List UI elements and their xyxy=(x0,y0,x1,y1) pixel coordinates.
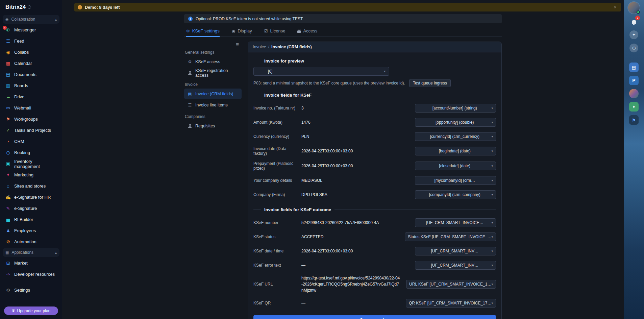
sidebar-item-documents[interactable]: ▤ Documents xyxy=(0,69,62,80)
sidebar-item-tasks-projects[interactable]: ✓ Tasks and Projects xyxy=(0,125,62,136)
field-row-ksef-error-text: KSeF error text — [UF_CRM_SMART_INV… ▾ xyxy=(253,258,496,272)
field-row-ksef-status: KSeF status ACCEPTED Status KSeF [UF_CRM… xyxy=(253,230,496,244)
info-icon: i xyxy=(188,17,193,21)
chevron-down-icon: ▾ xyxy=(491,235,493,239)
mapping-select-invoice-date[interactable]: [begindate] (date) ▾ xyxy=(415,147,496,155)
upgrade-label: Upgrade your plan xyxy=(17,309,51,313)
mapping-select-invoice-no[interactable]: [accountNumber] (string) ▾ xyxy=(415,104,496,113)
sidebar-item-esignature-hr[interactable]: ✍ e-Signature for HR xyxy=(0,192,62,203)
settings-panel: Invoice / Invoice (CRM fields) Invoice f… xyxy=(248,42,502,319)
collapse-menu-icon[interactable]: ≡ xyxy=(236,42,239,47)
nav-item-requisites[interactable]: Requisites xyxy=(184,121,242,131)
mapping-select-ksef-url[interactable]: URL KSeF [UF_CRM_SMART_INVOICE_1… ▾ xyxy=(406,280,496,289)
app-icon: ▤ xyxy=(629,63,639,72)
tab-license[interactable]: ☑ License xyxy=(264,28,286,36)
assistant-button[interactable]: ✦ xyxy=(629,30,639,40)
sidebar-section-collaboration[interactable]: ◉ Collaboration ▴ xyxy=(3,15,59,24)
mapping-select-company-details[interactable]: [mycompanyId] (crm… ▾ xyxy=(415,176,496,185)
notifications-button[interactable]: 7 xyxy=(629,17,639,27)
sidebar-item-employees[interactable]: ♟ Employees xyxy=(0,225,62,236)
nav-item-invoice-crm-fields[interactable]: ▤ Invoice (CRM fields) xyxy=(184,89,242,99)
divider-line xyxy=(253,210,261,210)
save-mapping-button[interactable]: Save mapping xyxy=(253,315,496,319)
sidebar-item-sites-stores[interactable]: ⌂ Sites and stores xyxy=(0,180,62,192)
bitrix24-logo[interactable]: Bitrix24 xyxy=(0,0,62,14)
preview-invoice-select[interactable]: [6] ▾ xyxy=(253,67,389,76)
test-queue-ingress-button[interactable]: Test queue ingress xyxy=(409,79,451,87)
demo-banner-text: Demo: 8 days left xyxy=(85,5,120,10)
mapping-select-amount[interactable]: [opportunity] (double) ▾ xyxy=(415,118,496,127)
sidebar-item-settings[interactable]: ⚙ Settings xyxy=(0,285,62,296)
logo-ring-icon xyxy=(28,5,31,9)
app-shortcut-avatar[interactable] xyxy=(629,89,639,99)
tab-ksef-settings[interactable]: ⚙ KSeF settings xyxy=(186,28,220,36)
chevron-down-icon: ▾ xyxy=(491,106,493,110)
sidebar-item-marketing[interactable]: ✦ Marketing xyxy=(0,169,62,180)
mapping-select-company[interactable]: [companyId] (crm_company) ▾ xyxy=(415,190,496,199)
feed-icon: ☰ xyxy=(5,39,11,44)
sidebar-item-messenger[interactable]: ✆1 Messenger xyxy=(0,24,62,35)
chevron-down-icon: ▾ xyxy=(491,301,493,305)
sidebar-item-feed[interactable]: ☰ Feed xyxy=(0,35,62,47)
mapping-select-value: [UF_CRM_SMART_INV… xyxy=(418,249,491,253)
nav-item-label: Requisites xyxy=(195,124,215,128)
nav-item-ksef-access[interactable]: ⚙ KSeF access xyxy=(184,56,242,67)
sidebar-item-calendar[interactable]: ▦ Calendar xyxy=(0,58,62,69)
mapping-select-value: [accountNumber] (string) xyxy=(418,106,491,111)
sidebar-item-label: Collabs xyxy=(14,50,29,55)
tab-display[interactable]: ◉ Display xyxy=(232,28,252,36)
field-value: ACCEPTED xyxy=(301,234,405,240)
sidebar-item-esignature[interactable]: ✎ e-Signature xyxy=(0,203,62,214)
automation-icon: ⚙ xyxy=(5,239,11,245)
tab-access[interactable]: Access xyxy=(297,28,317,36)
person-icon xyxy=(188,71,192,75)
sidebar-item-crm[interactable]: ◔ CRM xyxy=(0,136,62,147)
eye-icon: ◉ xyxy=(232,29,235,33)
upgrade-plan-button[interactable]: ♛ Upgrade your plan xyxy=(4,306,58,315)
sidebar-item-bi-builder[interactable]: ▅ BI Builder xyxy=(0,214,62,225)
mapping-select-ksef-error-text[interactable]: [UF_CRM_SMART_INV… ▾ xyxy=(415,261,496,270)
mapping-select-ksef-qr[interactable]: QR KSeF [UF_CRM_SMART_INVOICE_17… ▾ xyxy=(406,299,496,308)
sidebar-item-label: Tasks and Projects xyxy=(14,128,51,133)
mapping-select-prepayment[interactable]: [closedate] (date) ▾ xyxy=(415,162,496,170)
user-avatar[interactable] xyxy=(628,2,640,14)
sidebar-section-applications[interactable]: ▦ Applications ▴ xyxy=(3,248,59,257)
sidebar-item-workgroups[interactable]: ⚑ Workgroups xyxy=(0,114,62,125)
gear-icon: ⚙ xyxy=(5,288,11,293)
nav-item-ksef-registration-access[interactable]: KSeF registration access xyxy=(184,68,242,78)
sidebar-item-booking[interactable]: ◷ Booking xyxy=(0,147,62,158)
sidebar-item-inventory[interactable]: ▣ Inventory management xyxy=(0,158,62,169)
app-shortcut-p[interactable]: P xyxy=(629,75,639,85)
tab-label: Access xyxy=(303,28,317,33)
sidebar-item-boards[interactable]: ▥ Boards xyxy=(0,80,62,91)
field-label: Company (Firma) xyxy=(253,192,301,197)
sidebar-item-webmail[interactable]: ✉ Webmail xyxy=(0,102,62,114)
sidebar-item-label: CRM xyxy=(14,139,24,144)
sidebar-item-developer-resources[interactable]: </> Developer resources xyxy=(0,269,62,280)
mapping-select-ksef-status[interactable]: Status KSeF [UF_CRM_SMART_INVOICE_… ▾ xyxy=(405,232,496,241)
banner-close-icon[interactable]: × xyxy=(612,5,618,10)
mapping-select-ksef-number[interactable]: [UF_CRM_SMART_INVOICE… ▾ xyxy=(415,218,496,227)
sidebar-item-automation[interactable]: ⚙ Automation xyxy=(0,236,62,247)
breadcrumb-parent-link[interactable]: Invoice xyxy=(253,45,266,49)
preview-select-value: [6] xyxy=(268,69,272,74)
field-value: 5242998430-20260422-75A7E8800000-4A xyxy=(301,220,415,226)
mapping-select-currency[interactable]: [currencyId] (crm_currency) ▾ xyxy=(415,132,496,141)
sidebar-item-label: Marketing xyxy=(14,172,33,177)
sidebar-item-collabs[interactable]: ◉ Collabs xyxy=(0,47,62,58)
bookmark-shortcut[interactable]: ⚑ xyxy=(629,115,639,125)
divider-line xyxy=(307,61,496,61)
history-button[interactable]: ◷ xyxy=(629,43,639,53)
app-icon: ✦ xyxy=(629,102,639,112)
sidebar-item-market[interactable]: ⊞ Market xyxy=(0,257,62,269)
collabs-icon: ◉ xyxy=(5,50,11,55)
content-column: i Optional: PROD KSeF token is not store… xyxy=(184,14,502,319)
mapping-select-value: [companyId] (crm_company) xyxy=(418,192,491,197)
nav-item-invoice-line-items[interactable]: ☰ Invoice line items xyxy=(184,100,242,110)
app-shortcut-2[interactable]: ✦ xyxy=(629,102,639,112)
mapping-select-ksef-datetime[interactable]: [UF_CRM_SMART_INV… ▾ xyxy=(415,247,496,255)
app-shortcut-1[interactable]: ▤ xyxy=(629,62,639,72)
chevron-down-icon: ▾ xyxy=(491,221,493,224)
section-label: Collaboration xyxy=(11,17,35,22)
sidebar-item-drive[interactable]: ☁ Drive xyxy=(0,91,62,102)
